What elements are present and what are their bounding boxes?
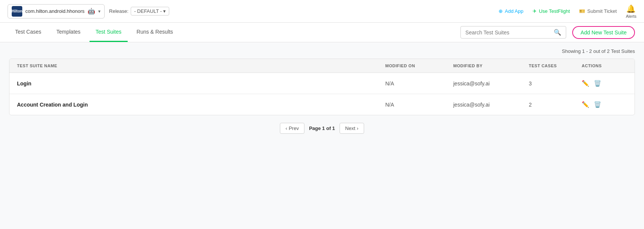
page-info: Page 1 of 1 bbox=[309, 125, 335, 131]
header: Hilton com.hilton.android.hhonors 🤖 ▾ Re… bbox=[0, 0, 644, 23]
table-header: TEST SUITE NAME MODIFIED ON MODIFIED BY … bbox=[9, 59, 635, 73]
chevron-right-icon: › bbox=[357, 125, 358, 131]
android-icon: 🤖 bbox=[88, 8, 95, 15]
bell-icon: 🔔 bbox=[626, 4, 636, 13]
add-app-icon: ⊕ bbox=[499, 8, 503, 14]
chevron-left-icon: ‹ bbox=[286, 125, 287, 131]
col-header-actions: ACTIONS bbox=[582, 63, 627, 68]
row-modified-by: jessica@sofy.ai bbox=[453, 80, 529, 87]
test-suites-table: TEST SUITE NAME MODIFIED ON MODIFIED BY … bbox=[9, 59, 635, 115]
col-header-name: TEST SUITE NAME bbox=[17, 63, 385, 68]
tab-test-cases[interactable]: Test Cases bbox=[9, 23, 47, 42]
release-dropdown[interactable]: - DEFAULT - ▾ bbox=[131, 7, 169, 15]
delete-icon[interactable]: 🗑️ bbox=[594, 80, 601, 87]
row-test-cases: 3 bbox=[529, 80, 582, 87]
submit-ticket-button[interactable]: 🎫 Submit Ticket bbox=[579, 8, 617, 14]
row-test-cases: 2 bbox=[529, 102, 582, 108]
tab-test-suites[interactable]: Test Suites bbox=[90, 23, 127, 42]
nav-right: 🔍 Add New Test Suite bbox=[460, 26, 635, 39]
use-testflight-button[interactable]: ✈ Use TestFlight bbox=[533, 8, 570, 14]
testflight-icon: ✈ bbox=[533, 8, 537, 14]
pagination: ‹ Prev Page 1 of 1 Next › bbox=[9, 115, 635, 141]
header-right: ⊕ Add App ✈ Use TestFlight 🎫 Submit Tick… bbox=[499, 4, 636, 19]
edit-icon[interactable]: ✏️ bbox=[582, 101, 589, 108]
release-label: Release: - DEFAULT - ▾ bbox=[109, 7, 170, 15]
showing-count: Showing 1 - 2 out of 2 Test Suites bbox=[9, 48, 635, 54]
search-icon: 🔍 bbox=[554, 29, 561, 36]
row-modified-on: N/A bbox=[385, 80, 453, 87]
nav-bar: Test Cases Templates Test Suites Runs & … bbox=[0, 23, 644, 42]
row-modified-on: N/A bbox=[385, 102, 453, 108]
row-actions: ✏️ 🗑️ bbox=[582, 101, 627, 108]
tab-templates[interactable]: Templates bbox=[50, 23, 86, 42]
main-content: Showing 1 - 2 out of 2 Test Suites TEST … bbox=[0, 42, 644, 147]
search-input[interactable] bbox=[465, 29, 554, 36]
delete-icon[interactable]: 🗑️ bbox=[594, 101, 601, 108]
add-new-test-suite-button[interactable]: Add New Test Suite bbox=[572, 26, 635, 39]
ticket-icon: 🎫 bbox=[579, 8, 585, 14]
chevron-down-icon: ▾ bbox=[163, 8, 166, 14]
col-header-modified-by: MODIFIED BY bbox=[453, 63, 529, 68]
prev-button[interactable]: ‹ Prev bbox=[280, 123, 304, 134]
row-actions: ✏️ 🗑️ bbox=[582, 80, 627, 87]
row-modified-by: jessica@sofy.ai bbox=[453, 102, 529, 108]
table-row: Account Creation and Login N/A jessica@s… bbox=[9, 94, 635, 115]
row-name: Account Creation and Login bbox=[17, 102, 385, 108]
app-logo: Hilton bbox=[12, 6, 22, 17]
nav-tabs: Test Cases Templates Test Suites Runs & … bbox=[9, 23, 179, 42]
search-box: 🔍 bbox=[460, 26, 566, 39]
header-left: Hilton com.hilton.android.hhonors 🤖 ▾ Re… bbox=[8, 4, 169, 19]
chevron-down-icon: ▾ bbox=[98, 9, 100, 14]
col-header-test-cases: TEST CASES bbox=[529, 63, 582, 68]
row-name: Login bbox=[17, 80, 385, 87]
add-app-button[interactable]: ⊕ Add App bbox=[499, 8, 524, 14]
col-header-modified-on: MODIFIED ON bbox=[385, 63, 453, 68]
table-row: Login N/A jessica@sofy.ai 3 ✏️ 🗑️ bbox=[9, 73, 635, 94]
app-name: com.hilton.android.hhonors bbox=[25, 8, 85, 14]
app-selector[interactable]: Hilton com.hilton.android.hhonors 🤖 ▾ bbox=[8, 4, 105, 19]
tab-runs-results[interactable]: Runs & Results bbox=[131, 23, 179, 42]
edit-icon[interactable]: ✏️ bbox=[582, 80, 589, 87]
next-button[interactable]: Next › bbox=[340, 123, 364, 134]
alerts-button[interactable]: 🔔 Alerts bbox=[626, 4, 636, 19]
